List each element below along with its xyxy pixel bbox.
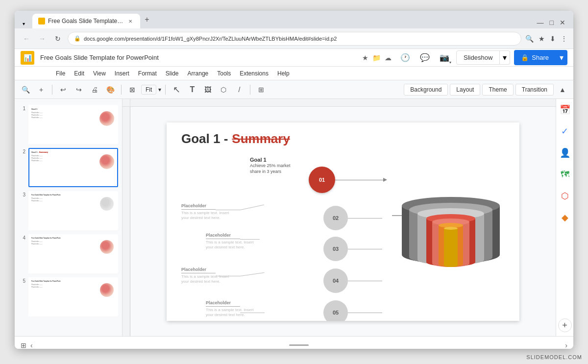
refresh-btn[interactable]: ↻ xyxy=(52,33,64,45)
share-btn[interactable]: 🔒 Share xyxy=(514,50,556,65)
ruler-horizontal xyxy=(130,99,556,107)
slide-num-2: 2 xyxy=(19,148,25,154)
slide-thumb-2[interactable]: 2 Goal 1 - Summary Placeholder —— Placeh… xyxy=(15,146,122,189)
shape-tool-btn[interactable]: ⬡ xyxy=(217,83,230,97)
menu-arrange[interactable]: Arrange xyxy=(184,69,213,78)
slide-preview-1[interactable]: Goal 1 Placeholder —— Placeholder —— Pla… xyxy=(28,105,118,144)
menu-insert[interactable]: Insert xyxy=(111,69,133,78)
image-tool-btn[interactable]: 🖼 xyxy=(201,83,215,97)
collapse-panel-btn[interactable]: ‹ xyxy=(30,341,33,349)
slideshow-btn[interactable]: Slideshow xyxy=(456,50,500,65)
slide-thumb-1[interactable]: 1 Goal 1 Placeholder —— Placeholder —— P… xyxy=(15,103,122,146)
tab-close-btn[interactable]: ✕ xyxy=(126,17,134,25)
slide-preview-4[interactable]: Free Goals Slide Template for PowerPoint… xyxy=(28,234,118,273)
toolbar-collapse-btn[interactable]: ▲ xyxy=(556,83,569,97)
folder-icon[interactable]: 📁 xyxy=(372,54,381,62)
maps-icon[interactable]: 🗺 xyxy=(558,168,572,181)
menu-help[interactable]: Help xyxy=(273,69,294,78)
browser-tab[interactable]: Free Goals Slide Template for P... ✕ xyxy=(32,14,140,28)
zoom-control: Fit ▾ xyxy=(141,85,161,95)
back-btn[interactable]: ← xyxy=(21,33,32,45)
slide-num-4: 4 xyxy=(19,234,25,241)
redo-btn[interactable]: ↪ xyxy=(72,83,86,97)
people-icon[interactable]: 👤 xyxy=(558,146,572,160)
ruler-vertical-wrapper: Goal 1 - Summary Goal 1 Achieve 25% mark… xyxy=(122,107,556,336)
history-btn[interactable]: 🕐 xyxy=(397,50,413,66)
slide-canvas[interactable]: Goal 1 - Summary Goal 1 Achieve 25% mark… xyxy=(167,122,519,321)
right-sidebar: 📅 ✓ 👤 🗺 ⬡ ◆ + xyxy=(556,99,573,336)
share-dropdown-btn[interactable]: ▾ xyxy=(556,50,567,65)
canvas-area: Goal 1 - Summary Goal 1 Achieve 25% mark… xyxy=(122,99,556,336)
menu-slide[interactable]: Slide xyxy=(162,69,183,78)
circle-02: 02 xyxy=(323,206,348,230)
zoom-dropdown-icon[interactable]: ▾ xyxy=(158,86,161,93)
expand-panel-btn[interactable]: › xyxy=(565,341,567,349)
bottom-bar: ⊞ ‹ › xyxy=(15,336,573,349)
add-apps-btn[interactable]: + xyxy=(558,318,572,332)
menu-view[interactable]: View xyxy=(89,69,110,78)
grid-view-btn[interactable]: ⊞ xyxy=(21,341,26,349)
line-tool-btn[interactable]: / xyxy=(232,83,246,97)
camera-btn[interactable]: 📷▾ xyxy=(437,50,452,66)
text-tool-btn[interactable]: T xyxy=(185,83,199,97)
slide-preview-5[interactable]: Free Goals Slide Template for PowerPoint… xyxy=(28,277,118,316)
placeholder-tool-btn[interactable]: ⊞ xyxy=(254,83,268,97)
slide-num-5: 5 xyxy=(19,277,25,284)
toolbar-separator-4 xyxy=(250,85,250,95)
zoom-in-btn[interactable]: 🔍 xyxy=(19,83,32,97)
background-btn[interactable]: Background xyxy=(404,84,448,96)
tasks-icon[interactable]: ✓ xyxy=(558,124,572,138)
slide-thumb-5[interactable]: 5 Free Goals Slide Template for PowerPoi… xyxy=(15,275,122,318)
download-icon[interactable]: ⬇ xyxy=(550,35,556,43)
search-icon[interactable]: 🔍 xyxy=(525,35,534,43)
placeholder-2: Placeholder This is a sample text. Inser… xyxy=(206,233,255,250)
menu-tools[interactable]: Tools xyxy=(213,69,235,78)
goal-label: Goal 1 Achieve 25% market share in 3 yea… xyxy=(250,157,299,175)
connector-ph1b xyxy=(240,204,264,210)
workspace-icon[interactable]: ◆ xyxy=(558,211,572,224)
window-close-btn[interactable]: ✕ xyxy=(560,19,565,26)
theme-btn[interactable]: Theme xyxy=(482,84,513,96)
slide-thumb-4[interactable]: 4 Free Goals Slide Template for PowerPoi… xyxy=(15,232,122,275)
star-icon[interactable]: ★ xyxy=(362,54,368,62)
ph2-heading: Placeholder xyxy=(206,233,255,238)
share-label: Share xyxy=(532,54,549,61)
transition-btn[interactable]: Transition xyxy=(515,84,554,96)
paint-format-btn[interactable]: 🎨 xyxy=(103,83,117,97)
zoom-value[interactable]: Fit xyxy=(141,85,156,95)
menu-format[interactable]: Format xyxy=(134,69,161,78)
comment-btn[interactable]: 💬 xyxy=(417,50,433,66)
undo-btn[interactable]: ↩ xyxy=(56,83,70,97)
circle-01: 01 xyxy=(309,167,335,193)
slideshow-dropdown-btn[interactable]: ▾ xyxy=(500,50,510,65)
tab-collapse-btn[interactable]: ▾ xyxy=(19,19,28,28)
apps-icon[interactable]: ⬡ xyxy=(558,189,572,203)
slide-preview-3[interactable]: Free Goals Slide Template for PowerPoint… xyxy=(28,191,118,230)
new-tab-btn[interactable]: + xyxy=(140,13,154,26)
goal-diagram: Goal 1 Achieve 25% market share in 3 yea… xyxy=(181,157,514,316)
select-tool-btn[interactable]: ↖ xyxy=(170,83,183,97)
window-maximize-btn[interactable]: □ xyxy=(550,19,554,26)
placeholder-1: Placeholder This is a sample text. Inser… xyxy=(181,203,230,221)
layout-btn[interactable]: Layout xyxy=(450,84,480,96)
cloud-icon[interactable]: ☁ xyxy=(385,54,392,62)
menu-extensions[interactable]: Extensions xyxy=(236,69,272,78)
slide-preview-2[interactable]: Goal 1 - Summary Placeholder —— Placehol… xyxy=(28,148,118,187)
menu-file[interactable]: File xyxy=(52,69,69,78)
menu-edit[interactable]: Edit xyxy=(70,69,88,78)
add-shape-btn[interactable]: + xyxy=(34,83,48,97)
bookmark-icon[interactable]: ★ xyxy=(539,35,545,43)
print-btn[interactable]: 🖨 xyxy=(88,83,101,97)
slide-canvas-wrapper[interactable]: Goal 1 - Summary Goal 1 Achieve 25% mark… xyxy=(130,107,556,336)
more-options-icon[interactable]: ⋮ xyxy=(561,35,567,43)
calendar-icon[interactable]: 📅 xyxy=(558,103,572,117)
zoom-fit-icon[interactable]: ⊠ xyxy=(125,83,139,97)
arrow-01 xyxy=(335,180,384,180)
slide-title-strikethrough: Summary xyxy=(232,131,290,146)
forward-btn[interactable]: → xyxy=(36,33,48,45)
url-bar[interactable]: 🔒 docs.google.com/presentation/d/1F1foW1… xyxy=(68,32,521,46)
arrow-02 xyxy=(348,218,382,218)
connector-ph4 xyxy=(240,313,265,313)
slide-thumb-3[interactable]: 3 Free Goals Slide Template for PowerPoi… xyxy=(15,189,122,232)
window-minimize-btn[interactable]: — xyxy=(537,19,544,26)
